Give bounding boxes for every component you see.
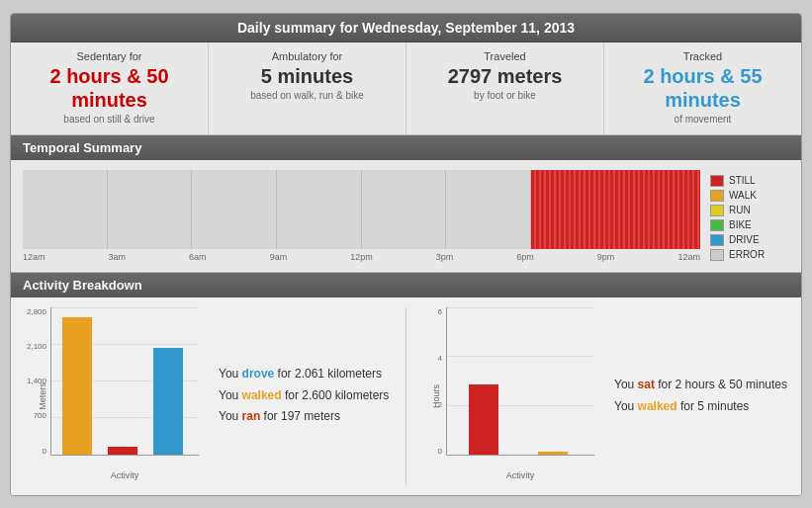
time-label-9pm: 9pm: [597, 252, 615, 262]
legend-drive-label: DRIVE: [729, 234, 760, 245]
bar-still-wrapper: [457, 307, 511, 455]
desc-ran: You ran for 197 meters: [219, 406, 389, 428]
legend-still-label: STILL: [729, 175, 756, 186]
desc-walked2: You walked for 5 minutes: [614, 396, 787, 418]
grid-seg-5: [362, 170, 447, 249]
time-label-3pm: 3pm: [436, 252, 454, 262]
legend-still-color: [710, 175, 724, 187]
ran-highlight: ran: [242, 409, 261, 423]
left-bar-chart-inner: [50, 307, 199, 456]
stat-traveled-value: 2797 meters: [416, 64, 593, 88]
bar-still: [469, 384, 498, 454]
y-label-2800: 2,800: [27, 307, 46, 316]
stat-tracked: Tracked 2 hours & 55 minutes of movement: [604, 42, 801, 134]
bar-walk2: [538, 452, 568, 455]
legend-walk-color: [710, 190, 724, 202]
time-label-12am-start: 12am: [23, 252, 45, 262]
grid-seg-6: [446, 170, 531, 249]
stat-ambulatory-sub: based on walk, run & bike: [219, 90, 396, 101]
legend-bike-color: [710, 219, 724, 231]
legend-drive-color: [710, 234, 724, 246]
legend-still: STILL: [710, 175, 789, 187]
stats-row: Sedentary for 2 hours & 50 minutes based…: [11, 42, 801, 135]
right-x-label: Activity: [446, 470, 594, 480]
legend-error: ERROR: [710, 249, 789, 261]
bar-drive: [108, 447, 137, 454]
legend-bike-label: BIKE: [729, 219, 752, 230]
bar-walk2-wrapper: [526, 307, 581, 455]
stat-traveled-sub: by foot or bike: [416, 90, 593, 101]
stat-sedentary-label: Sedentary for: [21, 50, 198, 62]
drove-highlight: drove: [242, 367, 275, 381]
legend-drive: DRIVE: [710, 234, 789, 246]
left-y-axis-labels: 2,800 2,100 1,400 700 0: [21, 307, 50, 456]
grid-seg-3: [192, 170, 277, 249]
time-label-12pm: 12pm: [350, 252, 373, 262]
right-y-label-2: 2: [438, 400, 442, 409]
bar-walk: [62, 317, 92, 455]
y-label-2100: 2,100: [27, 342, 46, 351]
timeline-container: 12am 3am 6am 9am 12pm 3pm 6pm 9pm 12am: [23, 170, 700, 262]
stat-sedentary: Sedentary for 2 hours & 50 minutes based…: [11, 42, 209, 134]
stat-ambulatory-value: 5 minutes: [219, 64, 396, 88]
walked-highlight: walked: [242, 388, 282, 402]
stat-ambulatory: Ambulatory for 5 minutes based on walk, …: [209, 42, 406, 134]
right-bar-chart-inner: [446, 307, 594, 456]
left-x-label: Activity: [50, 470, 199, 480]
right-description: You sat for 2 hours & 50 minutes You wal…: [614, 375, 787, 417]
stat-tracked-label: Tracked: [614, 50, 791, 62]
legend-walk-label: WALK: [729, 190, 757, 201]
y-label-0: 0: [43, 447, 46, 456]
bar-bike-wrapper: [153, 307, 184, 455]
grid-seg-4: [277, 170, 362, 249]
legend-error-label: ERROR: [729, 249, 765, 260]
temporal-section-header: Temporal Summary: [11, 135, 801, 160]
temporal-chart-area: 12am 3am 6am 9am 12pm 3pm 6pm 9pm 12am S…: [23, 170, 789, 262]
right-y-label-4: 4: [438, 354, 442, 363]
breakdown-left: Meters 2,800 2,100 1,400 700 0: [21, 307, 406, 485]
left-description: You drove for 2.061 kilometers You walke…: [219, 364, 389, 428]
sat-highlight: sat: [638, 378, 655, 391]
desc-drove: You drove for 2.061 kilometers: [219, 364, 389, 385]
legend-run-color: [710, 205, 724, 216]
time-label-12am-end: 12am: [677, 252, 700, 262]
time-label-3am: 3am: [109, 252, 127, 262]
activity-still-block: [531, 170, 700, 249]
breakdown-content: Meters 2,800 2,100 1,400 700 0: [11, 297, 801, 495]
desc-walked: You walked for 2.600 kilometers: [219, 385, 389, 407]
time-label-9am: 9am: [270, 252, 288, 262]
main-container: Daily summary for Wednesday, September 1…: [10, 13, 802, 496]
legend: STILL WALK RUN BIKE DRIVE: [710, 170, 789, 262]
bar-walk-wrapper: [61, 307, 92, 455]
right-bar-chart: Hours 6 4 2 0: [416, 307, 604, 485]
legend-bike: BIKE: [710, 219, 789, 231]
temporal-title: Temporal Summary: [23, 140, 141, 155]
legend-run-label: RUN: [729, 205, 751, 215]
legend-walk: WALK: [710, 190, 789, 202]
bar-drive-wrapper: [107, 307, 137, 455]
stat-sedentary-value: 2 hours & 50 minutes: [21, 64, 198, 112]
left-bar-chart: Meters 2,800 2,100 1,400 700 0: [21, 307, 209, 485]
right-y-axis-labels: 6 4 2 0: [416, 307, 446, 456]
walked2-highlight: walked: [638, 399, 677, 413]
time-label-6pm: 6pm: [516, 252, 534, 262]
time-label-6am: 6am: [189, 252, 207, 262]
right-y-label-6: 6: [438, 307, 442, 316]
breakdown-right: Hours 6 4 2 0: [406, 307, 791, 485]
legend-error-color: [710, 249, 724, 261]
page-header: Daily summary for Wednesday, September 1…: [11, 14, 801, 42]
y-label-700: 700: [34, 411, 46, 420]
grid-seg-1: [23, 170, 108, 249]
temporal-section: 12am 3am 6am 9am 12pm 3pm 6pm 9pm 12am S…: [11, 160, 801, 273]
header-title: Daily summary for Wednesday, September 1…: [237, 20, 575, 36]
stat-ambulatory-label: Ambulatory for: [219, 50, 396, 62]
stat-sedentary-sub: based on still & drive: [21, 114, 198, 125]
stat-tracked-sub: of movement: [614, 114, 791, 125]
desc-sat: You sat for 2 hours & 50 minutes: [614, 375, 787, 396]
stat-traveled-label: Traveled: [416, 50, 593, 62]
stat-traveled: Traveled 2797 meters by foot or bike: [406, 42, 604, 134]
breakdown-section-header: Activity Breakdown: [11, 273, 801, 297]
bar-bike: [153, 348, 183, 454]
legend-run: RUN: [710, 205, 789, 216]
y-label-1400: 1,400: [27, 377, 46, 385]
